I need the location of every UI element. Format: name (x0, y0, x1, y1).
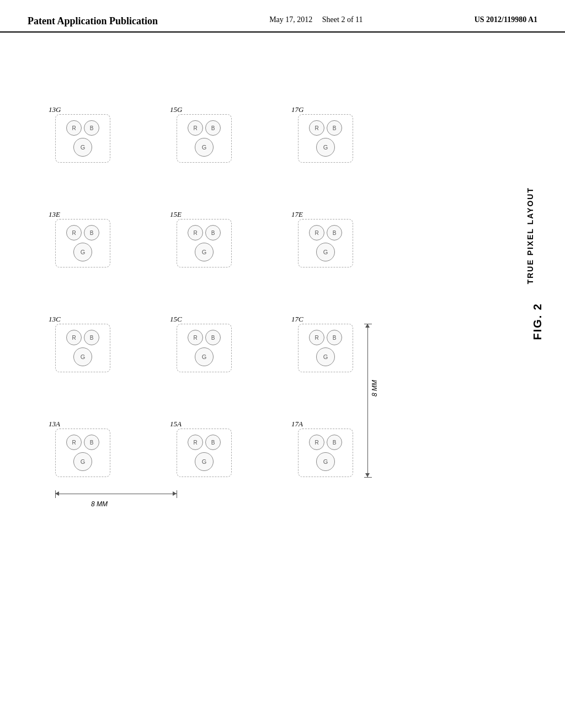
pixel-R: R (188, 225, 203, 240)
pixel-B: B (84, 225, 99, 240)
pixel-R: R (309, 225, 324, 240)
pixel-G: G (195, 452, 214, 471)
pixel-group-17A: R B G (298, 429, 353, 477)
pixel-group-13E: R B G (55, 219, 110, 267)
pixel-B: B (327, 435, 342, 450)
group-15G-label: 15G (170, 104, 182, 114)
pixel-group-13A: R B G (55, 429, 110, 477)
pixel-G: G (73, 347, 92, 366)
pixel-B: B (327, 120, 342, 136)
pixel-R: R (66, 330, 82, 345)
figure-label: FIG. 2 (531, 303, 544, 340)
pixel-R: R (188, 330, 203, 345)
page-header: Patent Application Publication May 17, 2… (0, 0, 565, 33)
side-label: TRUE PIXEL LAYOUT (526, 187, 535, 284)
patent-number: US 2012/119980 A1 (475, 15, 537, 24)
pixel-R: R (66, 225, 82, 240)
pixel-group-15G: R B G (177, 114, 232, 163)
group-15C-label: 15C (170, 314, 182, 324)
pixel-G: G (316, 347, 335, 366)
group-13E-label: 13E (49, 209, 60, 219)
publication-info: May 17, 2012 Sheet 2 of 11 (269, 15, 363, 24)
pixel-R: R (309, 330, 324, 345)
group-13C-label: 13C (49, 314, 61, 324)
pixel-G: G (195, 138, 214, 157)
group-17C-label: 17C (291, 314, 303, 324)
group-13G-label: 13G (49, 104, 61, 114)
pixel-R: R (66, 435, 82, 450)
publication-title: Patent Application Publication (28, 15, 158, 27)
pixel-row-top: R B (66, 120, 99, 136)
dim-h-label-bottom: 8 MM (91, 500, 108, 508)
pixel-group-15E: R B G (177, 219, 232, 267)
pixel-B: B (84, 120, 99, 136)
arrow-v (367, 324, 368, 477)
pixel-R: R (309, 120, 324, 136)
pixel-B: B (205, 330, 221, 345)
group-15E-label: 15E (170, 209, 182, 219)
pixel-group-13C: R B G (55, 324, 110, 372)
sheet-info: Sheet 2 of 11 (322, 15, 363, 24)
pixel-B: B (327, 330, 342, 345)
pixel-row-bottom: G (73, 138, 92, 157)
pixel-R: R (309, 435, 324, 450)
pixel-B: B (327, 225, 342, 240)
group-17G-label: 17G (291, 104, 303, 114)
diagram-area: TRUE PIXEL LAYOUT FIG. 2 13G R B G 15G R… (0, 33, 565, 716)
pixel-R: R (188, 120, 203, 136)
arrow-h (55, 494, 177, 494)
pixel-B: B (205, 435, 221, 450)
group-17E-label: 17E (291, 209, 303, 219)
group-15A-label: 15A (170, 419, 182, 429)
group-13A-label: 13A (49, 419, 60, 429)
pixel-B: B (84, 330, 99, 345)
pixel-group-15C: R B G (177, 324, 232, 372)
pixel-group-13G: R B G (55, 114, 110, 163)
pixel-B: B (205, 120, 221, 136)
pixel-G: G (195, 347, 214, 366)
pixel-group-17G: R B G (298, 114, 353, 163)
group-17A-label: 17A (291, 419, 303, 429)
tick-bottom-v (364, 477, 372, 478)
dim-arrow-h-bottom (55, 494, 177, 494)
pixel-B: B (84, 435, 99, 450)
pixel-G: G (73, 243, 92, 261)
pixel-R: R (66, 120, 82, 136)
pixel-group-17C: R B G (298, 324, 353, 372)
pixel-group-17E: R B G (298, 219, 353, 267)
pixel-group-15A: R B G (177, 429, 232, 477)
pixel-G: G (316, 452, 335, 471)
pixel-B: B (205, 225, 221, 240)
pixel-R: R (188, 435, 203, 450)
pixel-G: G (316, 138, 335, 157)
pixel-G: G (73, 138, 92, 157)
pixel-G: G (316, 243, 335, 261)
pixel-G: G (73, 452, 92, 471)
publication-date: May 17, 2012 (269, 15, 312, 24)
tick-right-h (177, 490, 177, 498)
dim-arrow-v-right (367, 324, 368, 477)
pixel-G: G (195, 243, 214, 261)
dim-v-label-right: 8 MM (371, 380, 379, 397)
